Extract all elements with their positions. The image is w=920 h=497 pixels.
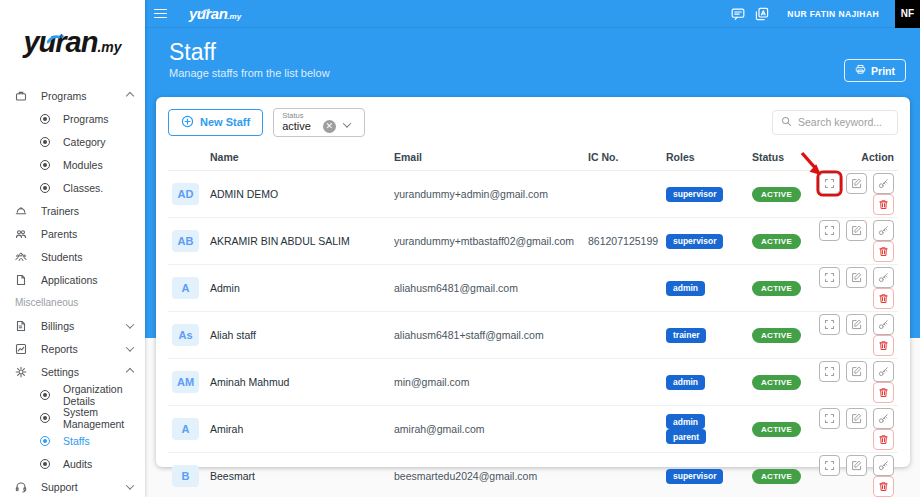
delete-button[interactable] (873, 476, 894, 497)
staff-name: AKRAMIR BIN ABDUL SALIM (206, 218, 390, 265)
staff-ic (584, 453, 662, 497)
sidebar-subitem-organization-details[interactable]: Organization Details (0, 383, 145, 406)
sidebar-subitem-staffs[interactable]: Staffs (0, 429, 145, 452)
page-header: Staff Manage staffs from the list below … (145, 28, 920, 97)
sidebar-item-programs[interactable]: Programs (0, 84, 145, 107)
password-key-button[interactable] (873, 361, 894, 382)
card-toolbar: New Staff Status active ✕ (168, 107, 898, 137)
delete-button[interactable] (873, 241, 894, 262)
expand-button[interactable] (819, 361, 840, 382)
status-badge: ACTIVE (752, 187, 801, 202)
sidebar-item-reports[interactable]: Reports (0, 337, 145, 360)
table-row: A Amirah amirah@gmail.com adminparent AC… (168, 406, 898, 453)
menu-icon[interactable] (154, 9, 167, 19)
sidebar-item-settings[interactable]: Settings (0, 360, 145, 383)
translate-icon[interactable] (755, 7, 769, 21)
sidebar-subitem-category[interactable]: Category (0, 130, 145, 153)
status-filter[interactable]: Status active ✕ (273, 108, 365, 137)
password-key-button[interactable] (873, 220, 894, 241)
roles-cell: admin (662, 359, 748, 406)
delete-button[interactable] (873, 288, 894, 309)
expand-button[interactable] (819, 408, 840, 429)
delete-button[interactable] (873, 194, 894, 215)
sidebar-subitem-system-management[interactable]: System Management (0, 406, 145, 429)
gear-icon (15, 366, 28, 378)
edit-button[interactable] (846, 173, 867, 194)
staff-ic: 861207125199 (584, 218, 662, 265)
sidebar-subitem-modules[interactable]: Modules (0, 153, 145, 176)
chevron-up-icon (126, 91, 134, 99)
radio-icon (40, 390, 50, 400)
expand-button[interactable] (819, 455, 840, 476)
table-row: A Admin aliahusm6481@gmail.com admin ACT… (168, 265, 898, 312)
chevron-down-icon (126, 343, 134, 351)
delete-button[interactable] (873, 382, 894, 403)
password-key-button[interactable] (873, 455, 894, 476)
status-badge: ACTIVE (752, 328, 801, 343)
roles-cell: trainer (662, 312, 748, 359)
edit-button[interactable] (846, 314, 867, 335)
chat-icon[interactable] (731, 7, 745, 21)
radio-icon (40, 114, 50, 124)
clear-filter-icon[interactable]: ✕ (323, 120, 336, 133)
table-header-row: Name Email IC No. Roles Status Action (168, 145, 898, 171)
page-title: Staff (169, 38, 896, 66)
billing-icon (15, 320, 28, 332)
edit-button[interactable] (846, 455, 867, 476)
edit-button[interactable] (846, 361, 867, 382)
role-badge: supervisor (666, 469, 723, 484)
print-button[interactable]: Print (844, 59, 906, 82)
avatar: A (172, 277, 199, 299)
staff-ic (584, 359, 662, 406)
expand-button[interactable] (819, 267, 840, 288)
password-key-button[interactable] (873, 173, 894, 194)
user-name[interactable]: NUR FATIN NAJIHAH (787, 9, 879, 19)
expand-button[interactable] (819, 314, 840, 335)
expand-button[interactable] (819, 173, 840, 194)
topbar: yuran.my NUR FATIN NAJIHAH NF (145, 0, 920, 28)
password-key-button[interactable] (873, 314, 894, 335)
staff-email: yurandummy+admin@gmail.com (390, 171, 584, 218)
new-staff-button[interactable]: New Staff (168, 109, 263, 136)
table-row: AB AKRAMIR BIN ABDUL SALIM yurandummy+mt… (168, 218, 898, 265)
status-filter-label: Status (282, 111, 303, 120)
sidebar-subitem-audits[interactable]: Audits (0, 452, 145, 475)
edit-button[interactable] (846, 267, 867, 288)
password-key-button[interactable] (873, 408, 894, 429)
staff-table-body: AD ADMIN DEMO yurandummy+admin@gmail.com… (168, 171, 898, 497)
table-row: AD ADMIN DEMO yurandummy+admin@gmail.com… (168, 171, 898, 218)
chevron-up-icon (126, 367, 134, 375)
avatar: As (172, 324, 199, 346)
staff-page: yuran.my Programs Programs Category Modu… (0, 0, 920, 497)
role-badge: admin (666, 375, 705, 390)
roles-cell: supervisor (662, 218, 748, 265)
user-avatar[interactable]: NF (895, 0, 920, 28)
delete-button[interactable] (873, 429, 894, 450)
table-row: As Aliah staff aliahusm6481+staff@gmail.… (168, 312, 898, 359)
hard-hat-icon (15, 205, 28, 217)
staff-card: New Staff Status active ✕ (156, 97, 910, 467)
staff-email: aliahusm6481@gmail.com (390, 265, 584, 312)
printer-icon (855, 64, 866, 77)
edit-button[interactable] (846, 408, 867, 429)
search-input[interactable] (798, 116, 888, 128)
radio-icon (40, 413, 50, 423)
sidebar-subitem-classes[interactable]: Classes. (0, 176, 145, 199)
delete-button[interactable] (873, 335, 894, 356)
column-header-ic: IC No. (584, 145, 662, 171)
sidebar-subitem-programs[interactable]: Programs (0, 107, 145, 130)
chevron-down-icon (126, 481, 134, 489)
sidebar-item-support[interactable]: Support (0, 475, 145, 497)
sidebar-item-trainers[interactable]: Trainers (0, 199, 145, 222)
staff-ic (584, 312, 662, 359)
role-badge: admin (666, 281, 705, 296)
edit-button[interactable] (846, 220, 867, 241)
sidebar-item-parents[interactable]: Parents (0, 222, 145, 245)
sidebar-item-billings[interactable]: Billings (0, 314, 145, 337)
sidebar-nav: Programs Programs Category Modules Class… (0, 84, 145, 497)
password-key-button[interactable] (873, 267, 894, 288)
expand-button[interactable] (819, 220, 840, 241)
sidebar-item-applications[interactable]: Applications (0, 268, 145, 291)
sidebar-item-students[interactable]: Students (0, 245, 145, 268)
document-icon (15, 274, 28, 286)
